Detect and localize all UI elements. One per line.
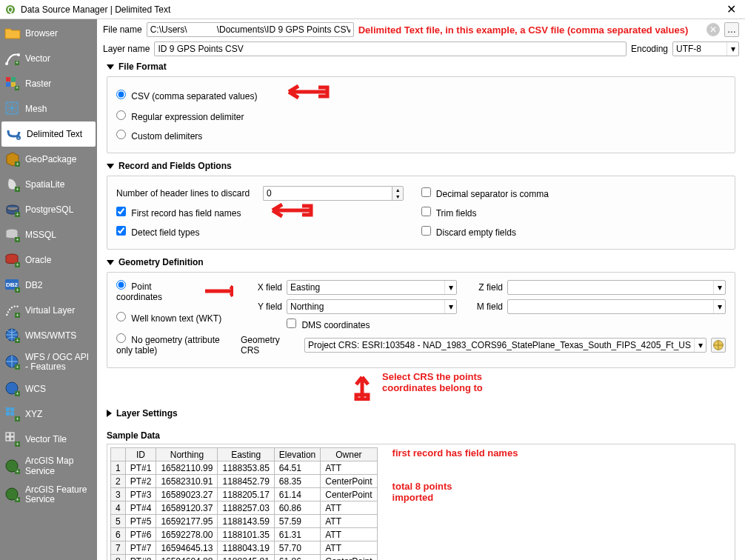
svg-text:+: +	[16, 338, 19, 343]
svg-rect-42	[10, 407, 14, 411]
sidebar-item-wms[interactable]: + WMS/WMTS	[0, 323, 97, 348]
x-field-select[interactable]: Easting▾	[287, 280, 457, 295]
discard-input[interactable]	[263, 186, 392, 201]
sidebar-item-db2[interactable]: DB2+ DB2	[0, 273, 97, 298]
sample-data-header: Sample Data	[107, 430, 735, 441]
svg-text:+: +	[16, 60, 19, 65]
chevron-down-icon: ▾	[726, 42, 738, 56]
cell-elevation: 57.59	[274, 515, 320, 528]
checkbox-trim-fields[interactable]: Trim fields	[421, 207, 477, 219]
sidebar-item-postgresql[interactable]: + PostgreSQL	[0, 197, 97, 222]
checkbox-detect-types[interactable]: Detect field types	[116, 226, 199, 238]
layer-settings-title: Layer Settings	[116, 408, 178, 419]
file-name-input[interactable]	[147, 22, 354, 37]
table-row: 8PT#816594604.881188245.8161.86CenterPoi…	[111, 555, 378, 561]
svg-rect-50	[10, 437, 14, 441]
cell-id: PT#1	[125, 461, 156, 475]
table-header-row: ID Northing Easting Elevation Owner	[111, 448, 378, 461]
checkbox-decimal-comma[interactable]: Decimal separator is comma	[421, 187, 549, 199]
svg-point-2	[5, 62, 8, 65]
disclosure-down-icon	[107, 64, 114, 70]
sidebar-item-geopackage[interactable]: + GeoPackage	[0, 147, 97, 172]
encoding-select[interactable]: UTF-8 ▾	[672, 41, 739, 56]
discard-spinbox[interactable]: ▲▼	[263, 186, 404, 201]
spin-up-icon[interactable]: ▲	[392, 187, 403, 193]
sidebar: Browser + Vector + Raster Mesh + Delimit…	[0, 19, 97, 560]
sidebar-item-label: ArcGIS Feature Service	[25, 485, 93, 504]
table-row: 5PT#516592177.951188143.5957.59ATT	[111, 515, 378, 528]
col-header: Northing	[156, 448, 218, 461]
radio-csv[interactable]: CSV (comma separated values)	[116, 90, 257, 101]
clear-file-button[interactable]: ✕	[706, 23, 720, 36]
sidebar-item-virtual-layer[interactable]: + Virtual Layer	[0, 298, 97, 323]
sidebar-item-browser[interactable]: Browser	[0, 21, 97, 46]
cell-northing: 16589023.27	[156, 488, 218, 501]
y-field-select[interactable]: Northing▾	[287, 299, 457, 314]
sidebar-item-label: XYZ	[25, 409, 42, 419]
cell-id: PT#5	[125, 515, 156, 528]
sidebar-item-spatialite[interactable]: + SpatiaLite	[0, 172, 97, 197]
spin-down-icon[interactable]: ▼	[392, 193, 403, 200]
chevron-down-icon: ▾	[713, 281, 725, 294]
annotation-crs-2: coordinates belong to	[382, 382, 483, 393]
sidebar-item-mssql[interactable]: + MSSQL	[0, 222, 97, 247]
folder-icon	[4, 25, 21, 41]
checkbox-first-record[interactable]: First record has field names	[116, 207, 241, 219]
file-format-header[interactable]: File Format	[107, 61, 735, 72]
sidebar-item-delimited-text[interactable]: + Delimited Text	[1, 121, 96, 147]
wms-icon: +	[4, 327, 21, 344]
radio-point-coords[interactable]: Point coordinates	[116, 280, 181, 302]
cell-easting: 1188257.03	[218, 501, 274, 515]
cell-id: PT#6	[125, 528, 156, 541]
wcs-icon: +	[4, 381, 21, 397]
red-arrow-up-annotation	[351, 371, 373, 401]
geometry-header[interactable]: Geometry Definition	[107, 257, 735, 267]
sidebar-item-xyz[interactable]: + XYZ	[0, 401, 97, 427]
layer-name-input[interactable]	[154, 41, 627, 56]
col-header: ID	[125, 448, 156, 461]
svg-text:+: +	[16, 468, 19, 473]
sidebar-item-mesh[interactable]: Mesh	[0, 96, 97, 121]
layer-name-label: Layer name	[103, 44, 150, 54]
sidebar-item-vector-tile[interactable]: + Vector Tile	[0, 427, 97, 452]
sidebar-item-label: PostgreSQL	[25, 204, 73, 215]
layer-settings-header[interactable]: Layer Settings	[107, 408, 735, 419]
radio-regex[interactable]: Regular expression delimiter	[116, 110, 244, 122]
sidebar-item-arcgis-map[interactable]: + ArcGIS Map Service	[0, 452, 97, 480]
file-format-title: File Format	[118, 61, 167, 72]
svg-text:+: +	[16, 85, 19, 90]
cell-easting: 1188143.59	[218, 515, 274, 528]
sidebar-item-wfs[interactable]: + WFS / OGC API - Features	[0, 348, 97, 376]
radio-custom[interactable]: Custom delimiters	[116, 130, 202, 141]
vector-icon: +	[4, 50, 21, 67]
close-button[interactable]: ✕	[722, 2, 741, 16]
app-icon: Q	[4, 4, 16, 16]
m-field-select[interactable]: ▾	[507, 299, 726, 314]
geometry-title: Geometry Definition	[118, 257, 204, 267]
discard-label: Number of header lines to discard	[116, 188, 250, 199]
row-number: 6	[111, 528, 126, 541]
checkbox-discard-empty[interactable]: Discard empty fields	[421, 226, 516, 238]
radio-no-geom[interactable]: No geometry (attribute only table)	[116, 333, 233, 356]
postgresql-icon: +	[4, 201, 21, 218]
record-fields-header[interactable]: Record and Fields Options	[107, 161, 735, 171]
cell-easting: 1188043.19	[218, 541, 274, 555]
chevron-down-icon: ▾	[713, 300, 725, 313]
row-number: 3	[111, 488, 126, 501]
sidebar-item-wcs[interactable]: + WCS	[0, 376, 97, 401]
cell-elevation: 60.86	[274, 501, 320, 515]
chevron-down-icon: ▾	[444, 300, 456, 313]
sidebar-item-oracle[interactable]: + Oracle	[0, 247, 97, 273]
crs-picker-button[interactable]	[711, 338, 726, 353]
sidebar-item-label: Vector	[25, 53, 50, 64]
svg-text:+: +	[16, 212, 19, 217]
z-field-select[interactable]: ▾	[507, 280, 726, 295]
sidebar-item-arcgis-feature[interactable]: + ArcGIS Feature Service	[0, 481, 97, 509]
browse-file-button[interactable]: …	[724, 22, 739, 37]
crs-select[interactable]: Project CRS: ESRI:103548 - NAD_1983_CORS…	[304, 338, 706, 353]
cell-easting: 1188245.81	[218, 555, 274, 561]
sidebar-item-raster[interactable]: + Raster	[0, 71, 97, 96]
checkbox-dms[interactable]: DMS coordinates	[287, 319, 370, 330]
sidebar-item-vector[interactable]: + Vector	[0, 46, 97, 71]
radio-wkt[interactable]: Well known text (WKT)	[116, 312, 221, 324]
